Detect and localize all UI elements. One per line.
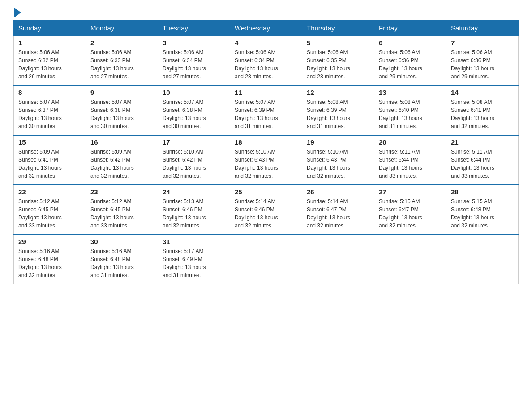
day-info: Sunrise: 5:10 AM Sunset: 6:43 PM Dayligh… xyxy=(235,148,297,180)
day-info: Sunrise: 5:06 AM Sunset: 6:32 PM Dayligh… xyxy=(18,48,81,81)
calendar-week-row: 1 Sunrise: 5:06 AM Sunset: 6:32 PM Dayli… xyxy=(14,36,519,86)
day-cell-25: 25 Sunrise: 5:14 AM Sunset: 6:46 PM Dayl… xyxy=(230,185,302,235)
day-number: 22 xyxy=(18,188,81,196)
day-cell-14: 14 Sunrise: 5:08 AM Sunset: 6:41 PM Dayl… xyxy=(446,86,519,135)
day-number: 12 xyxy=(307,89,369,96)
day-info: Sunrise: 5:10 AM Sunset: 6:43 PM Dayligh… xyxy=(307,148,369,180)
day-info: Sunrise: 5:06 AM Sunset: 6:33 PM Dayligh… xyxy=(90,48,153,81)
day-number: 6 xyxy=(379,39,442,47)
day-cell-28: 28 Sunrise: 5:15 AM Sunset: 6:48 PM Dayl… xyxy=(446,185,519,235)
day-number: 14 xyxy=(451,89,514,96)
day-cell-19: 19 Sunrise: 5:10 AM Sunset: 6:43 PM Dayl… xyxy=(302,135,374,185)
day-number: 13 xyxy=(379,89,442,96)
day-number: 18 xyxy=(235,138,297,146)
day-info: Sunrise: 5:14 AM Sunset: 6:46 PM Dayligh… xyxy=(235,197,297,230)
day-number: 11 xyxy=(235,89,297,96)
day-number: 23 xyxy=(90,188,153,196)
day-cell-6: 6 Sunrise: 5:06 AM Sunset: 6:36 PM Dayli… xyxy=(374,36,446,86)
day-cell-8: 8 Sunrise: 5:07 AM Sunset: 6:37 PM Dayli… xyxy=(14,86,86,135)
day-info: Sunrise: 5:10 AM Sunset: 6:42 PM Dayligh… xyxy=(163,148,225,180)
day-cell-26: 26 Sunrise: 5:14 AM Sunset: 6:47 PM Dayl… xyxy=(302,185,374,235)
day-number: 24 xyxy=(163,188,225,196)
day-cell-16: 16 Sunrise: 5:09 AM Sunset: 6:42 PM Dayl… xyxy=(86,135,158,185)
weekday-header-monday: Monday xyxy=(86,21,158,36)
day-number: 4 xyxy=(235,39,297,47)
day-number: 1 xyxy=(18,39,81,47)
day-info: Sunrise: 5:07 AM Sunset: 6:38 PM Dayligh… xyxy=(163,98,225,130)
day-cell-1: 1 Sunrise: 5:06 AM Sunset: 6:32 PM Dayli… xyxy=(14,36,86,86)
day-info: Sunrise: 5:12 AM Sunset: 6:45 PM Dayligh… xyxy=(18,197,81,230)
day-number: 8 xyxy=(18,89,81,96)
day-info: Sunrise: 5:06 AM Sunset: 6:36 PM Dayligh… xyxy=(379,48,442,81)
day-info: Sunrise: 5:06 AM Sunset: 6:34 PM Dayligh… xyxy=(163,48,225,81)
day-cell-15: 15 Sunrise: 5:09 AM Sunset: 6:41 PM Dayl… xyxy=(14,135,86,185)
day-info: Sunrise: 5:11 AM Sunset: 6:44 PM Dayligh… xyxy=(379,148,442,180)
day-cell-4: 4 Sunrise: 5:06 AM Sunset: 6:34 PM Dayli… xyxy=(230,36,302,86)
day-number: 20 xyxy=(379,138,442,146)
weekday-header-saturday: Saturday xyxy=(446,21,519,36)
day-info: Sunrise: 5:08 AM Sunset: 6:40 PM Dayligh… xyxy=(379,98,442,130)
day-cell-29: 29 Sunrise: 5:16 AM Sunset: 6:48 PM Dayl… xyxy=(14,235,86,284)
weekday-header-wednesday: Wednesday xyxy=(230,21,302,36)
weekday-header-sunday: Sunday xyxy=(14,21,86,36)
calendar-table: SundayMondayTuesdayWednesdayThursdayFrid… xyxy=(13,20,519,284)
calendar-week-row: 29 Sunrise: 5:16 AM Sunset: 6:48 PM Dayl… xyxy=(14,235,519,284)
day-info: Sunrise: 5:07 AM Sunset: 6:38 PM Dayligh… xyxy=(90,98,153,130)
day-number: 10 xyxy=(163,89,225,96)
day-info: Sunrise: 5:06 AM Sunset: 6:36 PM Dayligh… xyxy=(451,48,514,81)
day-cell-30: 30 Sunrise: 5:16 AM Sunset: 6:48 PM Dayl… xyxy=(86,235,158,284)
logo xyxy=(13,9,21,16)
day-number: 5 xyxy=(307,39,369,47)
calendar-week-row: 8 Sunrise: 5:07 AM Sunset: 6:37 PM Dayli… xyxy=(14,86,519,135)
weekday-header-row: SundayMondayTuesdayWednesdayThursdayFrid… xyxy=(14,21,519,36)
day-number: 25 xyxy=(235,188,297,196)
day-info: Sunrise: 5:16 AM Sunset: 6:48 PM Dayligh… xyxy=(18,247,81,279)
day-number: 21 xyxy=(451,138,514,146)
day-number: 15 xyxy=(18,138,81,146)
day-number: 16 xyxy=(90,138,153,146)
day-cell-31: 31 Sunrise: 5:17 AM Sunset: 6:49 PM Dayl… xyxy=(158,235,230,284)
day-number: 26 xyxy=(307,188,369,196)
empty-day-cell xyxy=(230,235,302,284)
day-number: 3 xyxy=(163,39,225,47)
day-cell-10: 10 Sunrise: 5:07 AM Sunset: 6:38 PM Dayl… xyxy=(158,86,230,135)
weekday-header-tuesday: Tuesday xyxy=(158,21,230,36)
day-info: Sunrise: 5:12 AM Sunset: 6:45 PM Dayligh… xyxy=(90,197,153,230)
day-cell-5: 5 Sunrise: 5:06 AM Sunset: 6:35 PM Dayli… xyxy=(302,36,374,86)
day-cell-11: 11 Sunrise: 5:07 AM Sunset: 6:39 PM Dayl… xyxy=(230,86,302,135)
day-cell-20: 20 Sunrise: 5:11 AM Sunset: 6:44 PM Dayl… xyxy=(374,135,446,185)
empty-day-cell xyxy=(302,235,374,284)
day-cell-3: 3 Sunrise: 5:06 AM Sunset: 6:34 PM Dayli… xyxy=(158,36,230,86)
page-header xyxy=(13,9,519,16)
day-info: Sunrise: 5:11 AM Sunset: 6:44 PM Dayligh… xyxy=(451,148,514,180)
day-cell-9: 9 Sunrise: 5:07 AM Sunset: 6:38 PM Dayli… xyxy=(86,86,158,135)
day-cell-18: 18 Sunrise: 5:10 AM Sunset: 6:43 PM Dayl… xyxy=(230,135,302,185)
day-cell-7: 7 Sunrise: 5:06 AM Sunset: 6:36 PM Dayli… xyxy=(446,36,519,86)
day-number: 7 xyxy=(451,39,514,47)
day-info: Sunrise: 5:14 AM Sunset: 6:47 PM Dayligh… xyxy=(307,197,369,230)
empty-day-cell xyxy=(374,235,446,284)
day-cell-2: 2 Sunrise: 5:06 AM Sunset: 6:33 PM Dayli… xyxy=(86,36,158,86)
calendar-week-row: 15 Sunrise: 5:09 AM Sunset: 6:41 PM Dayl… xyxy=(14,135,519,185)
day-info: Sunrise: 5:16 AM Sunset: 6:48 PM Dayligh… xyxy=(90,247,153,279)
day-info: Sunrise: 5:06 AM Sunset: 6:34 PM Dayligh… xyxy=(235,48,297,81)
day-number: 17 xyxy=(163,138,225,146)
day-info: Sunrise: 5:15 AM Sunset: 6:47 PM Dayligh… xyxy=(379,197,442,230)
day-info: Sunrise: 5:08 AM Sunset: 6:39 PM Dayligh… xyxy=(307,98,369,130)
day-cell-12: 12 Sunrise: 5:08 AM Sunset: 6:39 PM Dayl… xyxy=(302,86,374,135)
empty-day-cell xyxy=(446,235,519,284)
day-cell-21: 21 Sunrise: 5:11 AM Sunset: 6:44 PM Dayl… xyxy=(446,135,519,185)
day-info: Sunrise: 5:13 AM Sunset: 6:46 PM Dayligh… xyxy=(163,197,225,230)
day-info: Sunrise: 5:17 AM Sunset: 6:49 PM Dayligh… xyxy=(163,247,225,279)
day-info: Sunrise: 5:09 AM Sunset: 6:41 PM Dayligh… xyxy=(18,148,81,180)
day-info: Sunrise: 5:07 AM Sunset: 6:39 PM Dayligh… xyxy=(235,98,297,130)
day-number: 2 xyxy=(90,39,153,47)
day-cell-13: 13 Sunrise: 5:08 AM Sunset: 6:40 PM Dayl… xyxy=(374,86,446,135)
logo-arrow-icon xyxy=(14,8,21,17)
day-number: 9 xyxy=(90,89,153,96)
day-number: 27 xyxy=(379,188,442,196)
day-info: Sunrise: 5:15 AM Sunset: 6:48 PM Dayligh… xyxy=(451,197,514,230)
day-cell-23: 23 Sunrise: 5:12 AM Sunset: 6:45 PM Dayl… xyxy=(86,185,158,235)
day-cell-27: 27 Sunrise: 5:15 AM Sunset: 6:47 PM Dayl… xyxy=(374,185,446,235)
day-cell-22: 22 Sunrise: 5:12 AM Sunset: 6:45 PM Dayl… xyxy=(14,185,86,235)
